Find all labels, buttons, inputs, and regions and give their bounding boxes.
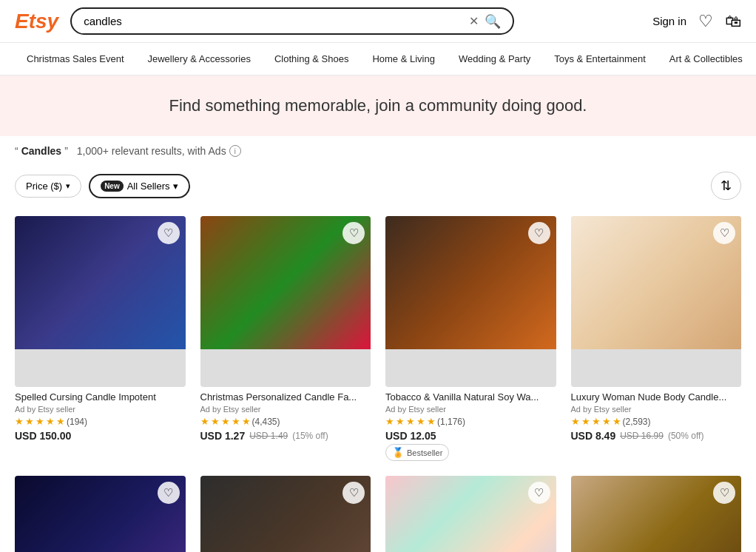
star-full: ★ [221, 416, 230, 427]
star-full: ★ [571, 416, 580, 427]
product-price: USD 150.00 [15, 430, 71, 442]
star-full: ★ [602, 416, 611, 427]
nav-item-jewellery[interactable]: Jewellery & Accessories [136, 43, 263, 75]
star-full: ★ [396, 416, 405, 427]
header-actions: Sign in ♡ 🛍 [652, 12, 741, 31]
product-price: USD 8.49 [571, 430, 616, 442]
banner-text: Find something memorable, join a communi… [15, 96, 741, 115]
star-full: ★ [36, 416, 44, 427]
product-price: USD 12.05 [385, 430, 436, 442]
star-full: ★ [46, 416, 55, 427]
star-full: ★ [56, 416, 65, 427]
nav-item-toys[interactable]: Toys & Entertainment [542, 43, 658, 75]
product-image: ♡ [385, 476, 556, 552]
product-reviews: (194) [67, 417, 87, 427]
product-card[interactable]: ♡ Galaxy Crystal Candle ★★★★★ (320) USD … [15, 476, 186, 552]
header: Etsy ✕ 🔍 Sign in ♡ 🛍 [0, 0, 756, 43]
sellers-filter-label: All Sellers [127, 181, 170, 192]
product-ad-label: Ad by Etsy seller [200, 405, 371, 414]
results-bar: “Candles” 1,000+ relevant results, with … [0, 136, 756, 166]
product-title: Tobacco & Vanilla Natural Soy Wa... [385, 391, 556, 404]
star-full: ★ [612, 416, 621, 427]
star-half: ★ [242, 416, 251, 427]
price-filter-button[interactable]: Price ($) ▾ [15, 175, 81, 198]
results-suffix: ” [64, 145, 68, 157]
sign-in-button[interactable]: Sign in [652, 15, 686, 27]
price-chevron-icon: ▾ [66, 181, 70, 191]
product-price-row: USD 1.27 USD 1.49 (15% off) [200, 430, 371, 442]
wishlist-heart-button[interactable]: ♡ [158, 482, 180, 504]
wishlist-heart-button[interactable]: ♡ [158, 222, 180, 244]
product-image: ♡ [200, 216, 371, 387]
product-stars: ★★★★★ (2,593) [571, 416, 742, 427]
product-discount: (15% off) [292, 431, 328, 441]
product-card[interactable]: ♡ Botanical Soy Wax Candle ★★★★★ (512) U… [200, 476, 371, 552]
star-full: ★ [232, 416, 240, 427]
product-card[interactable]: ♡ Old Bookshop Soy Candle ★★★★★ (1,024) … [571, 476, 742, 552]
search-button[interactable]: 🔍 [482, 13, 504, 30]
nav-item-clothing[interactable]: Clothing & Shoes [263, 43, 360, 75]
product-image: ♡ [15, 476, 186, 552]
star-full: ★ [15, 416, 24, 427]
sellers-filter-button[interactable]: New All Sellers ▾ [89, 174, 190, 198]
product-stars: ★★★★★ (4,435) [200, 416, 371, 427]
wishlist-heart-button[interactable]: ♡ [528, 482, 550, 504]
cart-button[interactable]: 🛍 [725, 12, 741, 31]
bestseller-badge: 🏅 Bestseller [385, 444, 449, 461]
product-image: ♡ [385, 216, 556, 387]
product-ad-label: Ad by Etsy seller [385, 405, 556, 414]
product-title: Spelled Cursing Candle Impotent [15, 391, 186, 404]
price-filter-label: Price ($) [26, 181, 62, 192]
product-ad-label: Ad by Etsy seller [15, 405, 186, 414]
star-full: ★ [25, 416, 34, 427]
search-input[interactable] [81, 9, 466, 33]
product-image: ♡ [200, 476, 371, 552]
wishlist-heart-button[interactable]: ♡ [342, 222, 365, 244]
product-image: ♡ [571, 216, 742, 387]
bestseller-icon: 🏅 [392, 447, 404, 458]
sellers-chevron-icon: ▾ [173, 181, 178, 192]
filters-bar: Price ($) ▾ New All Sellers ▾ ⇅ [0, 166, 756, 209]
product-discount: (50% off) [668, 431, 703, 441]
product-reviews: (2,593) [623, 417, 651, 427]
product-image: ♡ [571, 476, 742, 552]
product-stars: ★★★★★ (1,176) [385, 416, 556, 427]
nav-item-home[interactable]: Home & Living [360, 43, 447, 75]
product-price-row: USD 12.05 [385, 430, 556, 442]
product-original-price: USD 1.49 [249, 431, 288, 441]
star-full: ★ [581, 416, 590, 427]
star-full: ★ [416, 416, 425, 427]
star-full: ★ [200, 416, 209, 427]
main-nav: Christmas Sales Event Jewellery & Access… [0, 43, 756, 75]
sort-button[interactable]: ⇅ [711, 172, 741, 200]
product-card[interactable]: ♡ Tobacco & Vanilla Natural Soy Wa... Ad… [385, 216, 556, 461]
info-icon[interactable]: i [229, 145, 241, 157]
star-full: ★ [385, 416, 394, 427]
star-full: ★ [406, 416, 415, 427]
product-price-row: USD 8.49 USD 16.99 (50% off) [571, 430, 742, 442]
product-reviews: (1,176) [437, 417, 465, 427]
nav-item-wedding[interactable]: Wedding & Party [447, 43, 542, 75]
etsy-logo[interactable]: Etsy [15, 10, 58, 33]
product-card[interactable]: ♡ Spelled Cursing Candle Impotent Ad by … [15, 216, 186, 461]
wishlist-heart-button[interactable]: ♡ [713, 222, 735, 244]
search-clear-button[interactable]: ✕ [466, 14, 482, 28]
results-keyword: Candles [21, 145, 61, 157]
product-title: Christmas Personalized Candle Fa... [200, 391, 371, 404]
star-full: ★ [211, 416, 220, 427]
wishlist-heart-button[interactable]: ♡ [528, 222, 550, 244]
product-price: USD 1.27 [200, 430, 246, 442]
product-card[interactable]: ♡ Christmas Personalized Candle Fa... Ad… [200, 216, 371, 461]
wishlist-button[interactable]: ♡ [698, 12, 713, 31]
product-card[interactable]: ♡ Pastel Bubble Candles Set ★★★★★ (876) … [385, 476, 556, 552]
nav-item-christmas[interactable]: Christmas Sales Event [15, 43, 136, 75]
nav-item-art[interactable]: Art & Collectibles [658, 43, 755, 75]
product-stars: ★★★★★ (194) [15, 416, 186, 427]
product-price-row: USD 150.00 [15, 430, 186, 442]
product-ad-label: Ad by Etsy seller [571, 405, 742, 414]
product-image: ♡ [15, 216, 186, 387]
product-card[interactable]: ♡ Luxury Woman Nude Body Candle... Ad by… [571, 216, 742, 461]
new-badge: New [101, 181, 124, 192]
product-title: Luxury Woman Nude Body Candle... [571, 391, 742, 404]
product-reviews: (4,435) [252, 417, 280, 427]
